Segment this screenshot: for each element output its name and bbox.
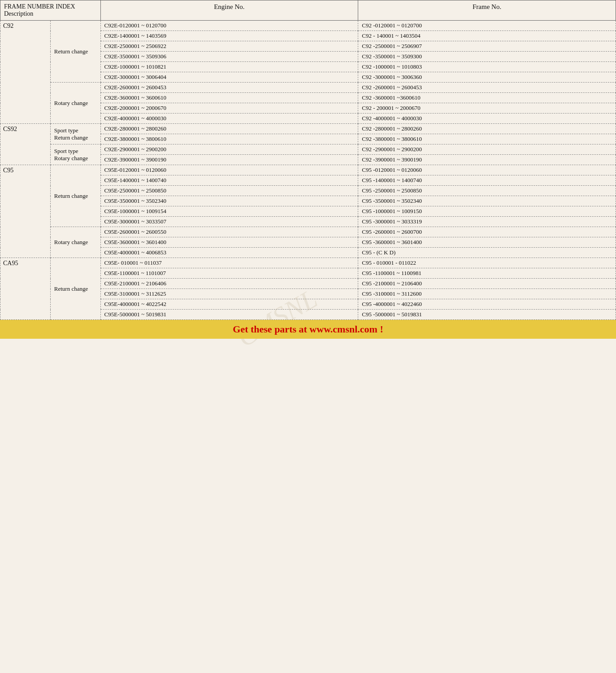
frame-cell: C95 -5000001 ~ 5019831 [358,310,616,320]
engine-cell: C92E-3900001 ~ 3900190 [100,155,358,165]
frame-cell: C92 -2500001 ~ 2506907 [358,41,616,52]
frame-cell: C95 - 010001 - 011022 [358,258,616,268]
frame-cell: C92 - 200001 ~ 2000670 [358,103,616,114]
engine-cell: C95E-0120001 ~ 0120060 [100,165,358,175]
engine-cell: C92E-3500001 ~ 3509306 [100,52,358,62]
desc-cell: Return change [50,165,100,227]
model-cell: C92 [0,21,51,124]
model-cell: C95 [0,165,51,258]
engine-cell: C92E-4000001 ~ 4000030 [100,114,358,124]
frame-cell: C92 -3900001 ~ 3900190 [358,155,616,165]
engine-cell: C92E-1400001 ~ 1403569 [100,31,358,41]
engine-cell: C95E-3500001 ~ 3502340 [100,196,358,206]
engine-cell: C95E- 010001 ~ 011037 [100,258,358,268]
engine-cell: C92E-2500001 ~ 2506922 [100,41,358,52]
engine-cell: C95E-3600001 ~ 3601400 [100,237,358,248]
frame-cell: C92 -3600001 ~3600610 [358,93,616,103]
engine-cell: C95E-4000001 ~ 4006853 [100,248,358,258]
frame-cell: C95 -1400001 ~ 1400740 [358,175,616,186]
frame-cell: C92 -3500001 ~ 3509300 [358,52,616,62]
frame-cell: C95 -1100001 ~ 1100981 [358,268,616,279]
header-index: FRAME NUMBER INDEXDescription [0,0,101,21]
engine-cell: C95E-2600001 ~ 2600550 [100,227,358,237]
header-frame: Frame No. [358,0,616,21]
engine-cell: C92E-2900001 ~ 2900200 [100,144,358,155]
frame-cell: C95 -4000001 ~ 4022460 [358,299,616,310]
engine-cell: C95E-2500001 ~ 2500850 [100,186,358,196]
engine-cell: C92E-0120001 ~ 0120700 [100,21,358,31]
engine-cell: C92E-3800001 ~ 3800610 [100,134,358,144]
frame-cell: C95 -2100001 ~ 2106400 [358,279,616,289]
desc-cell: Sport type Rotary change [50,144,100,165]
header-row: FRAME NUMBER INDEXDescription Engine No.… [0,0,616,21]
desc-cell: Rotary change [50,227,100,258]
frame-cell: C92 -3800001 ~ 3800610 [358,134,616,144]
frame-cell: C92 -0120001 ~ 0120700 [358,21,616,31]
model-cell: CA95 [0,258,51,320]
engine-cell: C95E-1100001 ~ 1101007 [100,268,358,279]
page: CMSNL FRAME NUMBER INDEXDescription Engi… [0,0,616,673]
engine-cell: C92E-2800001 ~ 2800260 [100,124,358,134]
engine-cell: C95E-1400001 ~ 1400740 [100,175,358,186]
engine-cell: C92E-3600001 ~ 3600610 [100,93,358,103]
frame-cell: C92 - 140001 ~ 1403504 [358,31,616,41]
engine-cell: C95E-1000001 ~ 1009154 [100,206,358,217]
footer-text: Get these parts at www.cmsnl.com ! [233,323,383,335]
table-row: CS92Sport type Return changeC92E-2800001… [0,124,616,134]
desc-cell: Return change [50,258,100,320]
frame-cell: C92 -2800001 ~ 2800260 [358,124,616,134]
frame-cell: C95 -3100001 ~ 3112600 [358,289,616,299]
engine-cell: C95E-3000001 ~ 3033507 [100,217,358,227]
table-row: Rotary changeC92E-2600001 ~ 2600453C92 -… [0,83,616,93]
header-engine: Engine No. [100,0,358,21]
desc-cell: Sport type Return change [50,124,100,144]
engine-cell: C95E-3100001 ~ 3112625 [100,289,358,299]
frame-cell: C92 -2900001 ~ 2900200 [358,144,616,155]
frame-cell: C92 -3000001 ~ 3006360 [358,72,616,83]
frame-cell: C95 -2500001 ~ 2500850 [358,186,616,196]
model-cell: CS92 [0,124,51,165]
main-table: FRAME NUMBER INDEXDescription Engine No.… [0,0,616,320]
table-row: Rotary changeC95E-2600001 ~ 2600550C95 -… [0,227,616,237]
engine-cell: C95E-2100001 ~ 2106406 [100,279,358,289]
desc-cell: Rotary change [50,83,100,124]
engine-cell: C95E-5000001 ~ 5019831 [100,310,358,320]
desc-cell: Return change [50,21,100,83]
frame-cell: C92 -2600001 ~ 2600453 [358,83,616,93]
frame-cell: C92 -4000001 ~ 4000030 [358,114,616,124]
engine-cell: C92E-2000001 ~ 2000670 [100,103,358,114]
table-row: CA95Return changeC95E- 010001 ~ 011037C9… [0,258,616,268]
engine-cell: C95E-4000001 ~ 4022542 [100,299,358,310]
footer-bar: Get these parts at www.cmsnl.com ! [0,320,616,339]
frame-cell: C95 -3500001 ~ 3502340 [358,196,616,206]
frame-cell: C95 - (C K D) [358,248,616,258]
frame-cell: C95 -3000001 ~ 3033319 [358,217,616,227]
frame-cell: C95 -3600001 ~ 3601400 [358,237,616,248]
engine-cell: C92E-2600001 ~ 2600453 [100,83,358,93]
table-row: C95Return changeC95E-0120001 ~ 0120060C9… [0,165,616,175]
frame-cell: C95 -1000001 ~ 1009150 [358,206,616,217]
table-row: Sport type Rotary changeC92E-2900001 ~ 2… [0,144,616,155]
engine-cell: C92E-3000001 ~ 3006404 [100,72,358,83]
frame-cell: C95 -0120001 ~ 0120060 [358,165,616,175]
engine-cell: C92E-1000001 ~ 1010821 [100,62,358,72]
frame-cell: C92 -1000001 ~ 1010803 [358,62,616,72]
frame-cell: C95 -2600001 ~ 2600700 [358,227,616,237]
table-row: C92Return changeC92E-0120001 ~ 0120700C9… [0,21,616,31]
